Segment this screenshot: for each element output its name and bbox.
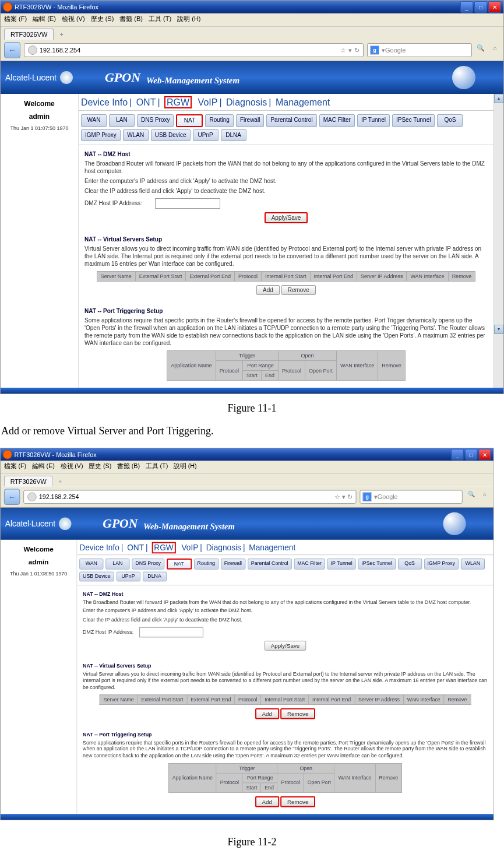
dmz-p1: The Broadband Router will forward IP pac… — [84, 160, 488, 175]
menu-tools[interactable]: 工具 (T) — [149, 15, 171, 25]
subtab-usb[interactable]: USB Device — [151, 129, 191, 141]
home-icon[interactable]: ⌂ — [489, 44, 500, 56]
subtab-row: WAN LAN DNS Proxy NAT Routing Firewall P… — [79, 111, 494, 145]
new-tab-button[interactable]: + — [55, 30, 68, 39]
tab-diagnosis[interactable]: Diagnosis — [226, 97, 267, 107]
menu-history[interactable]: 歷史 (S) — [91, 15, 114, 25]
reload-icon[interactable]: ↻ — [354, 47, 360, 54]
vertical-scrollbar[interactable]: ▴ ▾ — [494, 94, 503, 388]
back-button[interactable]: ← — [4, 489, 20, 505]
menu-view[interactable]: 檢視 (V) — [62, 15, 85, 25]
browser-tab[interactable]: RTF3026VW — [4, 29, 54, 40]
vs-add-button[interactable]: Add — [255, 708, 279, 719]
subtab-parental[interactable]: Parental Control — [266, 114, 316, 127]
subtab-ipsec[interactable]: IPSec Tunnel — [392, 114, 435, 127]
apply-save-button[interactable]: Apply/Save — [265, 641, 306, 651]
pt-title: NAT -- Port Triggering Setup — [84, 308, 488, 314]
search-icon[interactable]: 🔍 — [466, 491, 477, 503]
apply-save-button[interactable]: Apply/Save — [265, 212, 308, 223]
close-button[interactable]: ✕ — [478, 449, 491, 461]
body-text-1: Add or remove Virtual Server and Port Tr… — [1, 425, 504, 437]
dmz-p3: Clear the IP address field and click 'Ap… — [84, 187, 488, 195]
scroll-up-icon[interactable]: ▴ — [494, 94, 503, 103]
pt-add-button[interactable]: Add — [255, 796, 279, 807]
vs-add-button[interactable]: Add — [256, 285, 280, 295]
figure-2-caption: Figure 11-2 — [0, 836, 504, 848]
brand-label: Alcatel·Lucent — [5, 73, 57, 82]
tab-device-info[interactable]: Device Info — [81, 97, 128, 107]
dmz-section: NAT -- DMZ Host The Broadband Router wil… — [79, 145, 494, 230]
dmz-title: NAT -- DMZ Host — [84, 151, 488, 157]
vs-section: NAT -- Virtual Servers Setup Virtual Ser… — [79, 230, 494, 302]
welcome-label: Welcome — [3, 100, 76, 108]
subtab-lan[interactable]: LAN — [109, 114, 135, 127]
maximize-button[interactable]: □ — [474, 1, 487, 13]
subtab-igmp[interactable]: IGMP Proxy — [81, 129, 121, 141]
vs-table: Server Name External Port Start External… — [97, 271, 475, 282]
subtab-firewall[interactable]: Firewall — [236, 114, 264, 127]
bookmark-icon[interactable]: ☆ — [340, 47, 346, 54]
menu-edit[interactable]: 編輯 (E) — [33, 15, 56, 25]
home-icon[interactable]: ⌂ — [480, 491, 490, 503]
date-label: Thu Jan 1 01:07:50 1970 — [3, 125, 76, 131]
sidebar: Welcome admin Thu Jan 1 01:07:50 1970 — [1, 94, 78, 388]
minimize-button[interactable]: _ — [460, 1, 473, 13]
subtab-ip-tunnel[interactable]: IP Tunnel — [357, 114, 390, 127]
bottom-bar — [1, 388, 503, 394]
window-titlebar: RTF3026VW - Mozilla Firefox _ □ ✕ — [1, 1, 503, 13]
close-button[interactable]: ✕ — [488, 1, 501, 13]
main-panel: Device Info| ONT| RGW VoIP| Diagnosis| M… — [78, 94, 494, 388]
search-icon[interactable]: 🔍 — [475, 44, 486, 56]
dmz-ip-label: DMZ Host IP Address: — [84, 200, 142, 206]
window-title: RTF3026VW - Mozilla Firefox — [15, 3, 98, 10]
maximize-button[interactable]: □ — [465, 449, 478, 461]
menu-help[interactable]: 說明 (H) — [177, 15, 200, 25]
figure-1-caption: Figure 11-1 — [0, 402, 504, 415]
screenshot-2: RTF3026VW - Mozilla Firefox _ □ ✕ 檔案 (F)… — [0, 448, 494, 820]
banner-subtitle: Web-Management System — [146, 76, 239, 86]
pt-table: Application Name Trigger Open WAN Interf… — [167, 350, 405, 381]
tab-ont[interactable]: ONT — [136, 97, 156, 107]
subtab-wan[interactable]: WAN — [81, 114, 107, 127]
browser-tab[interactable]: RTF3026VW — [4, 476, 53, 487]
vs-remove-button[interactable]: Remove — [281, 285, 316, 295]
google-icon: g — [370, 45, 379, 55]
pt-remove-button[interactable]: Remove — [280, 796, 315, 807]
menu-bookmarks[interactable]: 書籤 (B) — [119, 15, 143, 25]
page-banner: Alcatel·Lucent GPON Web-Management Syste… — [1, 61, 503, 94]
subtab-qos[interactable]: QoS — [437, 114, 463, 127]
globe-icon — [452, 66, 475, 89]
url-input[interactable]: 192.168.2.254☆ ▾ ↻ — [23, 490, 356, 504]
pt-p1: Some applications require that specific … — [84, 317, 488, 347]
firefox-icon — [3, 450, 12, 459]
dmz-ip-input[interactable] — [155, 198, 220, 209]
back-button[interactable]: ← — [4, 42, 20, 58]
vs-p1: Virtual Server allows you to direct inco… — [84, 245, 488, 268]
url-input[interactable]: 192.168.2.254 ☆ ▾ ↻ — [24, 43, 364, 57]
tab-rgw[interactable]: RGW — [164, 96, 192, 108]
search-input[interactable]: g▾ Google — [360, 490, 462, 504]
vs-title: NAT -- Virtual Servers Setup — [84, 236, 488, 243]
subtab-mac[interactable]: MAC Filter — [319, 114, 355, 127]
dmz-ip-input[interactable] — [139, 627, 203, 637]
subtab-routing[interactable]: Routing — [205, 114, 233, 127]
main-tabs: Device Info| ONT| RGW VoIP| Diagnosis| M… — [79, 94, 494, 111]
screenshot-1: RTF3026VW - Mozilla Firefox _ □ ✕ 檔案 (F)… — [0, 0, 504, 394]
scroll-down-icon[interactable]: ▾ — [494, 325, 503, 334]
dmz-p2: Enter the computer's IP address and clic… — [84, 177, 488, 185]
minimize-button[interactable]: _ — [451, 449, 464, 461]
subtab-nat[interactable]: NAT — [176, 114, 203, 127]
admin-label: admin — [3, 113, 76, 121]
tab-management[interactable]: Management — [276, 97, 330, 107]
subtab-dns[interactable]: DNS Proxy — [137, 114, 174, 127]
subtab-dlna[interactable]: DLNA — [221, 129, 246, 141]
vs-remove-button[interactable]: Remove — [280, 708, 315, 719]
tab-bar: RTF3026VW + — [1, 27, 503, 40]
search-input[interactable]: g▾ Google — [367, 43, 472, 57]
subtab-upnp[interactable]: UPnP — [193, 129, 218, 141]
tab-voip[interactable]: VoIP — [198, 97, 218, 107]
subtab-wlan[interactable]: WLAN — [123, 129, 149, 141]
menu-bar: 檔案 (F) 編輯 (E) 檢視 (V) 歷史 (S) 書籤 (B) 工具 (T… — [1, 13, 503, 27]
menu-file[interactable]: 檔案 (F) — [4, 15, 27, 25]
firefox-icon — [3, 2, 12, 12]
